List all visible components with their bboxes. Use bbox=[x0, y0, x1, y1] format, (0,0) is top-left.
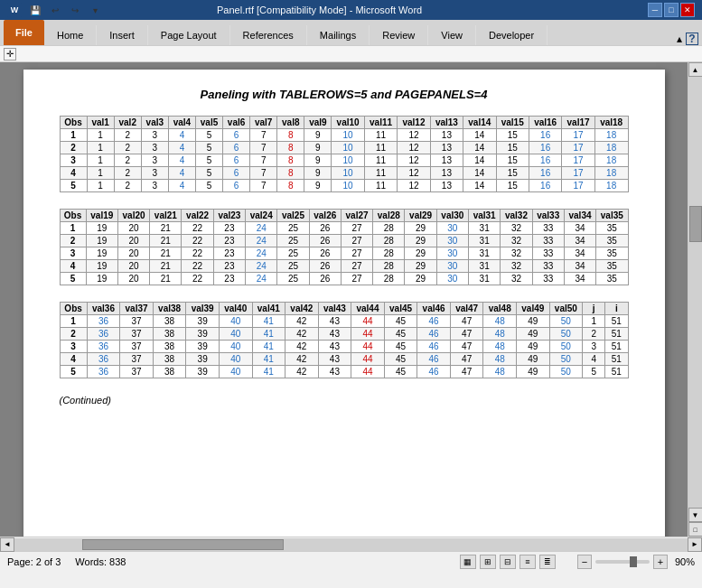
horizontal-scrollbar[interactable]: ◄ ► bbox=[0, 537, 702, 551]
table-cell: 51 bbox=[605, 341, 628, 353]
table-cell: 2 bbox=[114, 180, 141, 192]
status-bar: Page: 2 of 3 Words: 838 ▦ ⊞ ⊟ ≡ ≣ − + 90… bbox=[0, 551, 702, 571]
draft-button[interactable]: ≣ bbox=[539, 555, 556, 569]
table-row: 5123456789101112131415161718 bbox=[60, 180, 628, 192]
table-cell: 51 bbox=[605, 328, 628, 341]
table-cell: 40 bbox=[219, 315, 252, 328]
scroll-up-button[interactable]: ▲ bbox=[688, 62, 703, 77]
table-cell: 16 bbox=[529, 154, 561, 167]
table-cell: 27 bbox=[341, 235, 372, 247]
table-cell: 2 bbox=[60, 235, 86, 247]
table-cell: 10 bbox=[332, 154, 364, 167]
table-cell: 35 bbox=[596, 273, 628, 285]
table-cell: 1 bbox=[87, 167, 114, 180]
maximize-button[interactable]: □ bbox=[664, 3, 679, 17]
undo-button[interactable]: ↩ bbox=[47, 2, 63, 18]
table-cell: 48 bbox=[483, 366, 517, 378]
table-cell: 3 bbox=[583, 341, 605, 353]
table-cell: 42 bbox=[285, 328, 319, 341]
tab-insert[interactable]: Insert bbox=[97, 25, 148, 45]
col-header-val20: val20 bbox=[117, 210, 149, 222]
table-cell: 39 bbox=[186, 315, 220, 328]
table-cell: 32 bbox=[501, 235, 532, 247]
table-cell: 25 bbox=[277, 260, 309, 273]
tab-developer[interactable]: Developer bbox=[476, 25, 548, 45]
tab-page-layout[interactable]: Page Layout bbox=[148, 25, 230, 45]
table-cell: 24 bbox=[246, 235, 277, 247]
table-cell: 12 bbox=[398, 167, 430, 180]
print-layout-button[interactable]: ▦ bbox=[460, 555, 476, 569]
nav-cross-button[interactable]: ✛ bbox=[4, 48, 16, 61]
table-cell: 10 bbox=[332, 180, 364, 192]
vertical-scrollbar[interactable]: ▲ ▼ □ bbox=[688, 62, 702, 537]
table-cell: 22 bbox=[182, 260, 213, 273]
table-cell: 15 bbox=[496, 180, 529, 192]
col-header-val12: val12 bbox=[398, 117, 430, 129]
web-layout-button[interactable]: ⊟ bbox=[500, 555, 516, 569]
table-cell: 40 bbox=[219, 341, 252, 353]
table-cell: 43 bbox=[318, 341, 351, 353]
outline-button[interactable]: ≡ bbox=[519, 555, 536, 569]
minimize-button[interactable]: ─ bbox=[648, 3, 662, 17]
tab-view[interactable]: View bbox=[428, 25, 476, 45]
table-cell: 51 bbox=[605, 315, 628, 328]
table-cell: 11 bbox=[364, 142, 397, 154]
title-bar: W 💾 ↩ ↪ ▾ Panel.rtf [Compatibility Mode]… bbox=[0, 0, 702, 20]
document-area: Paneling with TABLEROWS=5 and PAGEPANELS… bbox=[0, 62, 702, 537]
full-reading-button[interactable]: ⊞ bbox=[480, 555, 496, 569]
customize-button[interactable]: ▾ bbox=[87, 2, 103, 18]
table-cell: 7 bbox=[250, 142, 277, 154]
h-scroll-track[interactable] bbox=[14, 538, 688, 551]
table-cell: 49 bbox=[517, 366, 550, 378]
help-button[interactable]: ? bbox=[686, 33, 698, 45]
table-cell: 28 bbox=[373, 260, 405, 273]
document-scroll[interactable]: Paneling with TABLEROWS=5 and PAGEPANELS… bbox=[0, 62, 688, 537]
collapse-ribbon-button[interactable]: ▴ bbox=[677, 33, 682, 45]
redo-button[interactable]: ↪ bbox=[67, 2, 83, 18]
table-cell: 37 bbox=[120, 366, 154, 378]
table-cell: 43 bbox=[318, 366, 351, 378]
table-cell: 50 bbox=[549, 353, 583, 366]
col-header-Obs: Obs bbox=[60, 210, 86, 222]
h-scroll-thumb[interactable] bbox=[82, 539, 285, 550]
save-button[interactable]: 💾 bbox=[27, 2, 43, 18]
table-cell: 5 bbox=[195, 180, 222, 192]
tab-references[interactable]: References bbox=[230, 25, 307, 45]
col-header-val42: val42 bbox=[285, 303, 319, 315]
table-cell: 47 bbox=[450, 328, 483, 341]
table-cell: 16 bbox=[529, 167, 561, 180]
table-row: 31920212223242526272829303132333435 bbox=[60, 247, 628, 260]
zoom-slider-thumb[interactable] bbox=[630, 556, 637, 567]
scroll-thumb[interactable] bbox=[689, 206, 702, 242]
tab-home[interactable]: Home bbox=[44, 25, 97, 45]
scroll-track[interactable] bbox=[688, 77, 703, 508]
table-cell: 23 bbox=[213, 247, 245, 260]
table-cell: 9 bbox=[304, 142, 332, 154]
scroll-down-button[interactable]: ▼ bbox=[688, 508, 703, 522]
zoom-out-button[interactable]: − bbox=[577, 555, 592, 569]
table-cell: 44 bbox=[351, 341, 385, 353]
table-cell: 3 bbox=[141, 129, 168, 142]
tab-file[interactable]: File bbox=[4, 20, 44, 45]
table-cell: 35 bbox=[596, 222, 628, 235]
table-cell: 49 bbox=[517, 341, 550, 353]
tab-review[interactable]: Review bbox=[370, 25, 428, 45]
table-cell: 10 bbox=[332, 167, 364, 180]
table-row: 11920212223242526272829303132333435 bbox=[60, 222, 628, 235]
col-header-val31: val31 bbox=[469, 210, 501, 222]
table-cell: 18 bbox=[594, 180, 628, 192]
table-cell: 38 bbox=[153, 315, 186, 328]
table-cell: 6 bbox=[223, 142, 250, 154]
tab-mailings[interactable]: Mailings bbox=[307, 25, 370, 45]
table-cell: 29 bbox=[405, 222, 436, 235]
table-cell: 5 bbox=[195, 167, 222, 180]
table-cell: 50 bbox=[549, 328, 583, 341]
table-cell: 48 bbox=[483, 341, 517, 353]
close-button[interactable]: ✕ bbox=[680, 3, 695, 17]
zoom-in-button[interactable]: + bbox=[653, 555, 668, 569]
table-cell: 48 bbox=[483, 353, 517, 366]
table-cell: 40 bbox=[219, 366, 252, 378]
zoom-slider[interactable] bbox=[595, 560, 650, 564]
scroll-left-button[interactable]: ◄ bbox=[0, 537, 14, 552]
scroll-right-button[interactable]: ► bbox=[688, 537, 702, 552]
